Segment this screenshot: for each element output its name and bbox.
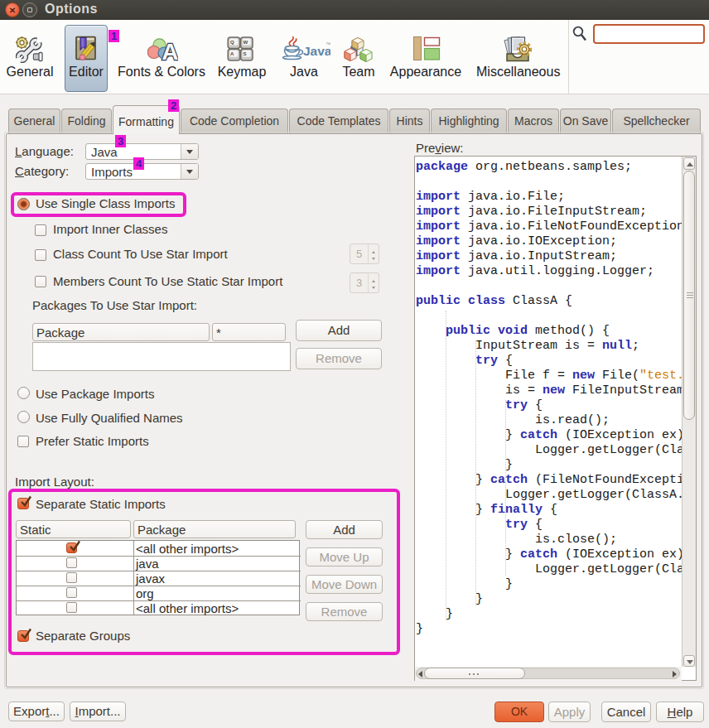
svg-text:S: S <box>243 51 246 56</box>
svg-text:Q: Q <box>230 40 234 45</box>
svg-text:™: ™ <box>326 41 330 47</box>
svg-text:A: A <box>162 39 178 64</box>
svg-text:W: W <box>243 40 248 45</box>
svg-text:A: A <box>230 51 234 56</box>
